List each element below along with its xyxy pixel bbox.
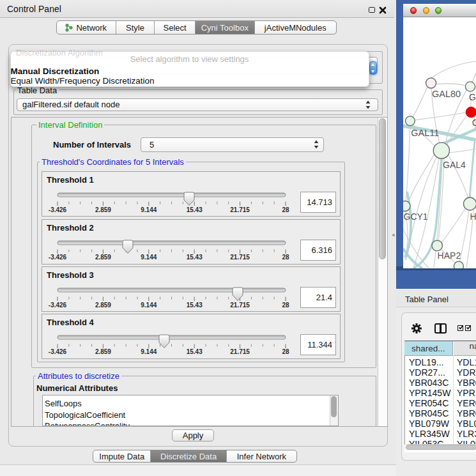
svg-text:GAL4: GAL4: [443, 160, 466, 170]
svg-text:HAP2: HAP2: [438, 250, 461, 261]
svg-text:GCY1: GCY1: [404, 211, 428, 222]
svg-text:HI: HI: [470, 211, 476, 222]
svg-text:GAL11: GAL11: [411, 128, 439, 138]
svg-text:GA: GA: [469, 92, 476, 102]
svg-text:GAL80: GAL80: [432, 89, 461, 99]
svg-text:C: C: [472, 118, 476, 128]
